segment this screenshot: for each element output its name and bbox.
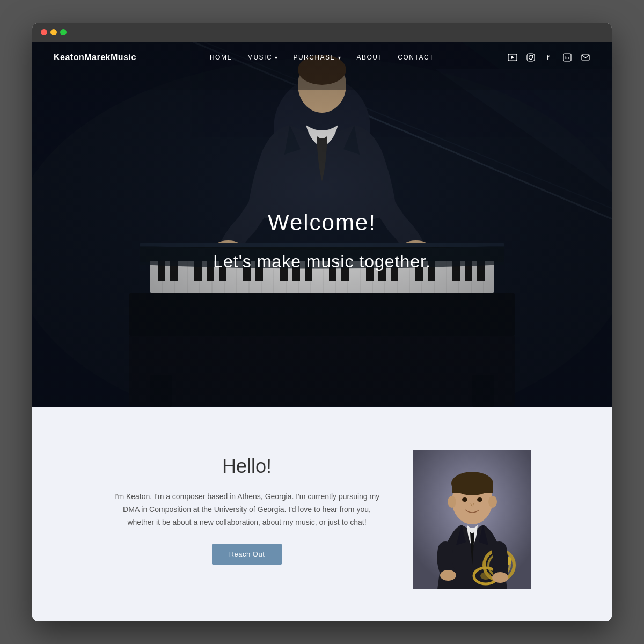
svg-text:f: f	[547, 54, 550, 62]
close-button[interactable]	[41, 29, 47, 35]
about-body-text: I'm Keaton. I'm a composer based in Athe…	[113, 491, 381, 529]
instagram-icon[interactable]	[526, 53, 536, 62]
about-heading: Hello!	[113, 455, 381, 478]
svg-marker-1	[511, 56, 514, 59]
svg-point-4	[532, 55, 533, 56]
site-wrapper: KeatonMarekMusic HOME MUSIC PURCHASE ABO…	[32, 42, 612, 621]
nav-about[interactable]: ABOUT	[356, 54, 383, 61]
about-photo	[413, 450, 531, 589]
linkedin-icon[interactable]: in	[562, 53, 572, 62]
email-icon[interactable]	[581, 53, 590, 62]
svg-point-88	[480, 572, 491, 580]
nav-contact[interactable]: CONTACT	[398, 54, 434, 61]
site-logo[interactable]: KeatonMarekMusic	[54, 53, 136, 62]
minimize-button[interactable]	[50, 29, 57, 35]
facebook-icon[interactable]: f	[544, 53, 554, 62]
nav-home[interactable]: HOME	[210, 54, 232, 61]
nav-purchase[interactable]: PURCHASE	[293, 54, 341, 61]
hero-welcome-text: Welcome!	[268, 210, 376, 236]
svg-point-3	[529, 56, 532, 60]
about-portrait	[413, 450, 531, 589]
svg-point-84	[477, 497, 482, 502]
about-text-column: Hello! I'm Keaton. I'm a composer based …	[113, 450, 381, 565]
navigation: KeatonMarekMusic HOME MUSIC PURCHASE ABO…	[32, 42, 612, 73]
svg-point-83	[462, 497, 467, 502]
nav-music[interactable]: MUSIC	[247, 54, 279, 61]
about-section: Hello! I'm Keaton. I'm a composer based …	[32, 407, 612, 621]
svg-point-93	[492, 572, 508, 583]
svg-point-81	[448, 496, 456, 508]
youtube-icon[interactable]	[508, 53, 517, 62]
site-content-wrapper: KeatonMarekMusic HOME MUSIC PURCHASE ABO…	[32, 42, 612, 621]
svg-rect-2	[527, 54, 535, 61]
traffic-lights	[41, 29, 67, 35]
hero-section: Welcome! Let's make music together.	[32, 42, 612, 407]
maximize-button[interactable]	[60, 29, 67, 35]
svg-point-82	[488, 496, 497, 508]
svg-text:in: in	[565, 55, 569, 60]
about-photo-column	[413, 450, 531, 589]
svg-point-92	[440, 570, 456, 581]
social-icons: f in	[508, 53, 590, 62]
hero-content: Welcome! Let's make music together.	[32, 42, 612, 407]
reach-out-button[interactable]: Reach Out	[212, 544, 282, 565]
hero-tagline-text: Let's make music together.	[213, 252, 431, 272]
svg-rect-80	[452, 484, 493, 493]
browser-window: KeatonMarekMusic HOME MUSIC PURCHASE ABO…	[32, 23, 612, 621]
browser-chrome	[32, 23, 612, 42]
nav-links: HOME MUSIC PURCHASE ABOUT CONTACT	[210, 54, 434, 61]
